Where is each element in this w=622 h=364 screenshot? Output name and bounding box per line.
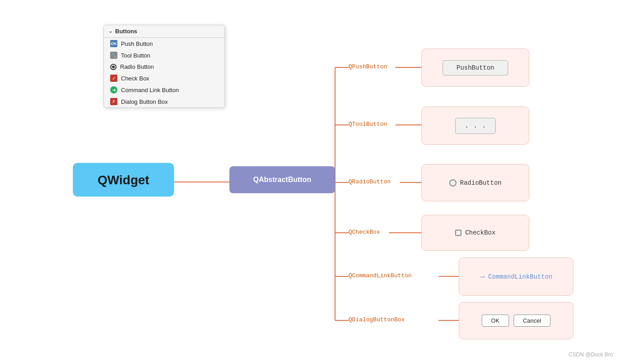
panel-item-toolbutton[interactable]: 🔧 Tool Button [104, 49, 224, 61]
panel-item-pushbutton[interactable]: OK Push Button [104, 38, 224, 49]
panel-item-cmdlink[interactable]: ➜ Command Link Button [104, 84, 224, 96]
qwidget-node: QWidget [73, 163, 174, 197]
dialog-ok-button[interactable]: OK [482, 315, 509, 327]
toolbutton-label: . . . [465, 122, 486, 130]
class-label-qcheckbox: QCheckBox [349, 229, 380, 235]
dialog-buttons-widget: OK Cancel [482, 315, 550, 327]
preview-pushbutton: PushButton [421, 49, 529, 87]
preview-radiobutton: RadioButton [421, 164, 529, 201]
tool-icon: 🔧 [110, 52, 117, 59]
radiobutton-label: RadioButton [460, 179, 501, 186]
checkbox-box [455, 230, 461, 236]
preview-cmdlink: → CommandLinkButton [459, 257, 573, 296]
radio-icon [110, 64, 116, 70]
watermark: CSDN @Duck Bro [568, 351, 613, 358]
panel-item-checkbox[interactable]: ✓ Check Box [104, 72, 224, 84]
pushbutton-label: PushButton [456, 64, 494, 71]
panel-title: Buttons [115, 28, 137, 35]
cmdlink-widget[interactable]: → CommandLinkButton [480, 272, 553, 281]
cmdlink-label: CommandLinkButton [488, 273, 552, 280]
widget-panel: ⌄ Buttons OK Push Button 🔧 Tool Button R… [103, 25, 225, 108]
qabstractbutton-label: QAbstractButton [253, 176, 311, 184]
panel-item-radiobutton[interactable]: Radio Button [104, 61, 224, 72]
cmdlink-arrow-icon: → [480, 272, 485, 281]
class-label-qradiobutton: QRadioButton [349, 178, 391, 185]
toolbutton-widget[interactable]: . . . [455, 118, 496, 134]
class-label-qpushbutton: QPushButton [349, 63, 387, 70]
class-label-qtoolbutton: QToolButton [349, 121, 387, 128]
preview-dialog: OK Cancel [459, 302, 573, 339]
panel-item-label: Tool Button [121, 52, 150, 59]
panel-item-label: Push Button [121, 40, 153, 47]
checkbox-label: CheckBox [465, 229, 495, 236]
preview-checkbox: CheckBox [421, 215, 529, 251]
dialog-cancel-button[interactable]: Cancel [514, 315, 550, 327]
panel-item-dialog[interactable]: ✗ Dialog Button Box [104, 96, 224, 107]
check-icon: ✓ [110, 75, 117, 82]
panel-item-label: Command Link Button [121, 87, 179, 93]
chevron-icon: ⌄ [108, 28, 112, 34]
class-label-qdialogbuttonbox: QDialogButtonBox [349, 316, 405, 323]
radiobutton-widget[interactable]: RadioButton [449, 179, 501, 186]
class-label-qcommandlink: QCommandLinkButton [349, 272, 412, 279]
qabstractbutton-node: QAbstractButton [229, 166, 335, 193]
preview-toolbutton: . . . [421, 107, 529, 145]
cmd-icon: ➜ [110, 86, 117, 93]
ok-icon: OK [110, 40, 117, 47]
pushbutton-widget[interactable]: PushButton [443, 60, 508, 75]
panel-header: ⌄ Buttons [104, 25, 224, 38]
dialog-icon: ✗ [110, 98, 117, 105]
panel-item-label: Check Box [121, 75, 149, 82]
checkbox-widget[interactable]: CheckBox [455, 229, 495, 236]
radio-circle [449, 179, 456, 186]
panel-item-label: Radio Button [120, 63, 154, 70]
panel-item-label: Dialog Button Box [121, 98, 168, 105]
qwidget-label: QWidget [98, 173, 149, 187]
